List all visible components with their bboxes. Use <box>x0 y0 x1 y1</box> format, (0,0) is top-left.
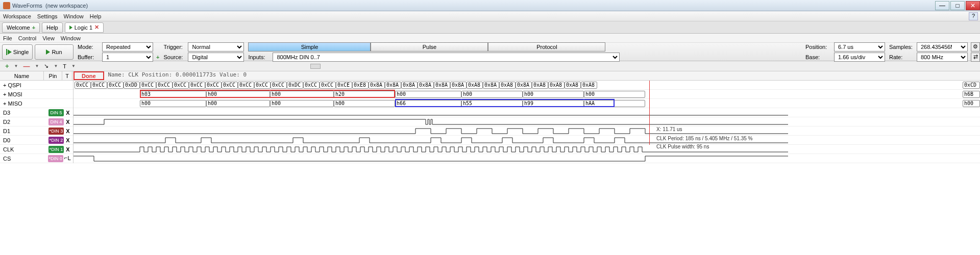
add-signal-button[interactable]: + <box>5 62 9 70</box>
samples-label: Samples: <box>889 44 915 50</box>
rate-config-button[interactable]: ⇄ <box>971 53 980 62</box>
add-buffer-icon[interactable]: + <box>156 54 159 60</box>
header-name: Name <box>0 71 44 80</box>
header-pin: Pin <box>44 71 62 80</box>
trigger-select[interactable]: Normal <box>188 42 244 52</box>
window-title: WaveForms (new workspace) <box>12 3 88 9</box>
close-tab-icon[interactable]: ✕ <box>94 24 99 31</box>
trigger-mode-segments: Simple Pulse Protocol <box>248 42 620 52</box>
segment-simple[interactable]: Simple <box>248 42 371 52</box>
close-button[interactable]: ✕ <box>966 1 980 10</box>
signal-mosi[interactable]: + MOSI <box>0 90 73 99</box>
cursor-x[interactable] <box>649 81 650 145</box>
source-label: Source: <box>163 54 186 60</box>
source-select[interactable]: Digital <box>188 53 244 62</box>
mode-select[interactable]: Repeated <box>102 42 153 52</box>
signal-d2[interactable]: D2DIN 4X <box>0 117 73 126</box>
submenu-view[interactable]: View <box>42 35 55 41</box>
signal-d0[interactable]: D0*DIN 2X <box>0 136 73 145</box>
submenu-file[interactable]: File <box>3 35 12 41</box>
inputs-label: Inputs: <box>248 54 271 60</box>
acquisition-toolbar: Single Run Mode:Repeated Buffer:1+ Trigg… <box>0 43 980 61</box>
position-select[interactable]: 6.7 us <box>834 42 885 52</box>
signal-qspi[interactable]: + QSPI <box>0 81 73 90</box>
submenu-control[interactable]: Control <box>18 35 36 41</box>
run-button[interactable]: Run <box>35 44 74 60</box>
app-icon <box>3 2 10 9</box>
wave-d3 <box>74 108 980 117</box>
zoom-handle[interactable] <box>310 64 321 69</box>
tab-help[interactable]: Help <box>42 22 63 33</box>
cursor-period-label: CLK Period: 185 ns / 5.405 MHz / 51.35 % <box>655 136 753 141</box>
minimize-button[interactable]: — <box>935 1 949 10</box>
signal-miso[interactable]: + MISO <box>0 99 73 108</box>
trigger-label: Trigger: <box>163 44 186 50</box>
status-done-badge: Done <box>74 71 104 80</box>
segment-pulse[interactable]: Pulse <box>371 42 488 52</box>
cursor-pulse-label: CLK Pulse width: 95 ns <box>655 144 710 149</box>
signal-labels: + QSPI + MOSI + MISO D3DIN 5X D2DIN 4X D… <box>0 81 74 163</box>
rate-select[interactable]: 800 MHz <box>917 53 968 62</box>
title-bar: WaveForms (new workspace) — □ ✕ <box>0 0 980 11</box>
mode-label: Mode: <box>78 44 100 50</box>
signal-clk[interactable]: CLK*DIN 1X <box>0 145 73 154</box>
plus-icon: + <box>32 24 35 31</box>
cursor-x-label: X: 11.71 us <box>655 126 683 132</box>
base-select[interactable]: 1.66 us/div <box>834 53 885 62</box>
samples-select[interactable]: 268.435456M <box>917 42 968 52</box>
bus-row-qspi: 0xCC0xCC0xCC0xDD0xCC0xCC0xCC0xCC0xCC0xCC… <box>74 81 980 90</box>
tab-logic[interactable]: Logic 1 ✕ <box>65 22 104 33</box>
bus-row-miso: h00h00h00h00h66h55h99hAAh00 <box>74 99 980 108</box>
samples-config-button[interactable]: ⚙ <box>971 42 980 52</box>
wave-cs <box>74 154 980 163</box>
remove-signal-button[interactable]: — <box>23 62 30 70</box>
signal-columns-header: Name Pin T Done Name: CLK Position: 0.00… <box>0 71 980 81</box>
play-icon <box>69 26 72 30</box>
help-icon[interactable]: ? <box>969 12 978 20</box>
rate-label: Rate: <box>889 54 915 60</box>
position-label: Position: <box>805 44 832 50</box>
submenu-window[interactable]: Window <box>61 35 81 41</box>
document-tabs: Welcome+ Help Logic 1 ✕ <box>0 21 980 34</box>
header-t: T <box>62 71 72 80</box>
segment-protocol[interactable]: Protocol <box>488 42 605 52</box>
buffer-select[interactable]: 1 <box>102 53 153 62</box>
wave-clk <box>74 145 980 154</box>
main-menubar: Workspace Settings Window Help ? <box>0 11 980 21</box>
menu-window[interactable]: Window <box>64 13 84 19</box>
inputs-select[interactable]: 800MHz DIN 0..7 <box>273 53 620 62</box>
menu-settings[interactable]: Settings <box>37 13 58 19</box>
wave-d2 <box>74 117 980 126</box>
buffer-label: Buffer: <box>78 54 100 60</box>
logic-menubar: File Control View Window <box>0 34 980 43</box>
bus-row-mosi: h03h00h00h20h00h00h00h00h6B <box>74 90 980 99</box>
signal-d3[interactable]: D3DIN 5X <box>0 108 73 117</box>
signal-tool-a[interactable]: ↘ <box>44 63 48 69</box>
signals-area: + QSPI + MOSI + MISO D3DIN 5X D2DIN 4X D… <box>0 81 980 163</box>
signal-cs[interactable]: CS*DIN 0⌐L <box>0 154 73 163</box>
signal-tool-t[interactable]: T <box>63 63 66 69</box>
signal-toolbar: +▼ —▼ ↘▼ T▼ <box>0 61 980 71</box>
menu-workspace[interactable]: Workspace <box>3 13 31 19</box>
single-button[interactable]: Single <box>2 44 33 60</box>
menu-help[interactable]: Help <box>90 13 102 19</box>
status-info-text: Name: CLK Position: 0.000011773s Value: … <box>105 71 247 80</box>
tab-welcome[interactable]: Welcome+ <box>2 22 40 33</box>
wave-d0 <box>74 136 980 145</box>
wave-d1 <box>74 126 980 136</box>
maximize-button[interactable]: □ <box>950 1 965 10</box>
signal-d1[interactable]: D1*DIN 3X <box>0 126 73 136</box>
base-label: Base: <box>805 54 832 60</box>
waveform-canvas[interactable]: 0xCC0xCC0xCC0xDD0xCC0xCC0xCC0xCC0xCC0xCC… <box>74 81 980 163</box>
